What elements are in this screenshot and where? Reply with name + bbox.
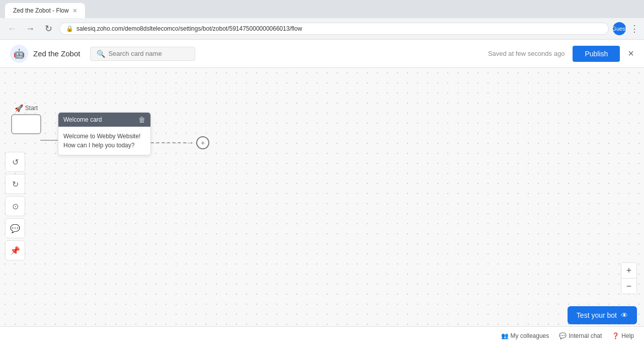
reset-icon: ⊙ — [12, 202, 19, 211]
dashed-line — [151, 142, 186, 143]
forward-button[interactable]: → — [23, 22, 37, 36]
zoom-in-button[interactable]: + — [621, 263, 636, 278]
search-box[interactable]: 🔍 — [90, 47, 195, 61]
publish-button[interactable]: Publish — [573, 46, 620, 62]
canvas-area[interactable]: ↺ ↻ ⊙ 💬 📌 🚀 Start › Welcome card 🗑 — [0, 68, 644, 344]
start-label: 🚀 Start — [15, 104, 38, 112]
start-node: 🚀 Start — [11, 104, 41, 134]
pin-button[interactable]: 📌 — [5, 240, 25, 260]
internal-chat-icon: 💬 — [559, 332, 567, 339]
connector-arrow-icon: → — [186, 138, 194, 147]
zoom-out-button[interactable]: − — [621, 279, 636, 294]
test-bot-icon: 👁 — [621, 311, 628, 319]
dashed-connector: → + — [151, 136, 209, 149]
browser-menu-icon[interactable]: ⋮ — [630, 23, 639, 34]
colleagues-item[interactable]: 👥 My colleagues — [501, 332, 549, 339]
redo-icon: ↻ — [12, 179, 19, 189]
search-input[interactable] — [108, 50, 189, 57]
undo-button[interactable]: ↺ — [5, 152, 25, 172]
help-label: Help — [621, 332, 634, 339]
header-right: Saved at few seconds ago Publish × — [488, 46, 634, 62]
reset-button[interactable]: ⊙ — [5, 196, 25, 216]
refresh-button[interactable]: ↻ — [41, 22, 55, 36]
help-icon: ❓ — [612, 332, 619, 339]
colleagues-icon: 👥 — [501, 332, 509, 339]
pin-icon: 📌 — [10, 246, 20, 255]
internal-chat-label: Internal chat — [569, 332, 602, 339]
start-box — [11, 114, 41, 134]
undo-icon: ↺ — [12, 157, 19, 167]
left-toolbar: ↺ ↻ ⊙ 💬 📌 — [5, 152, 25, 260]
profile-label: Guest — [612, 26, 626, 32]
redo-button[interactable]: ↻ — [5, 174, 25, 194]
card-body: Welcome to Webby Website! How can I help… — [58, 127, 150, 155]
comment-icon: 💬 — [10, 224, 20, 233]
internal-chat-item[interactable]: 💬 Internal chat — [559, 332, 602, 339]
search-icon: 🔍 — [97, 50, 105, 58]
close-button[interactable]: × — [628, 48, 634, 59]
arrow-line — [40, 140, 58, 141]
card-delete-icon[interactable]: 🗑 — [138, 116, 145, 124]
test-bot-button[interactable]: Test your bot 👁 — [568, 306, 637, 324]
help-item[interactable]: ❓ Help — [612, 332, 634, 339]
card-header: Welcome card 🗑 — [58, 113, 150, 127]
bot-avatar: 🤖 — [10, 45, 28, 63]
comment-button[interactable]: 💬 — [5, 218, 25, 238]
profile-button[interactable]: Guest — [613, 22, 626, 35]
url-text: salesiq.zoho.com/demo8dsltelecomco/setti… — [76, 25, 302, 32]
zoom-controls: + − — [621, 262, 637, 294]
bot-name: Zed the Zobot — [33, 49, 80, 58]
card-title: Welcome card — [63, 116, 102, 123]
test-bot-label: Test your bot — [577, 311, 617, 319]
tab-close-icon[interactable]: × — [73, 7, 77, 15]
add-node-button[interactable]: + — [196, 136, 209, 149]
address-bar[interactable]: 🔒 salesiq.zoho.com/demo8dsltelecomco/set… — [59, 23, 609, 35]
browser-tab[interactable]: Zed the Zobot - Flow × — [5, 3, 85, 18]
app-header: 🤖 Zed the Zobot 🔍 Saved at few seconds a… — [0, 40, 644, 68]
colleagues-label: My colleagues — [511, 332, 549, 339]
tab-title: Zed the Zobot - Flow — [13, 7, 69, 14]
bottom-bar: 👥 My colleagues 💬 Internal chat ❓ Help — [0, 326, 644, 344]
card-body-text: Welcome to Webby Website! How can I help… — [63, 132, 145, 150]
saved-status: Saved at few seconds ago — [488, 50, 565, 57]
welcome-card[interactable]: Welcome card 🗑 Welcome to Webby Website!… — [58, 112, 151, 155]
back-button[interactable]: ← — [5, 22, 19, 36]
lock-icon: 🔒 — [66, 25, 73, 32]
